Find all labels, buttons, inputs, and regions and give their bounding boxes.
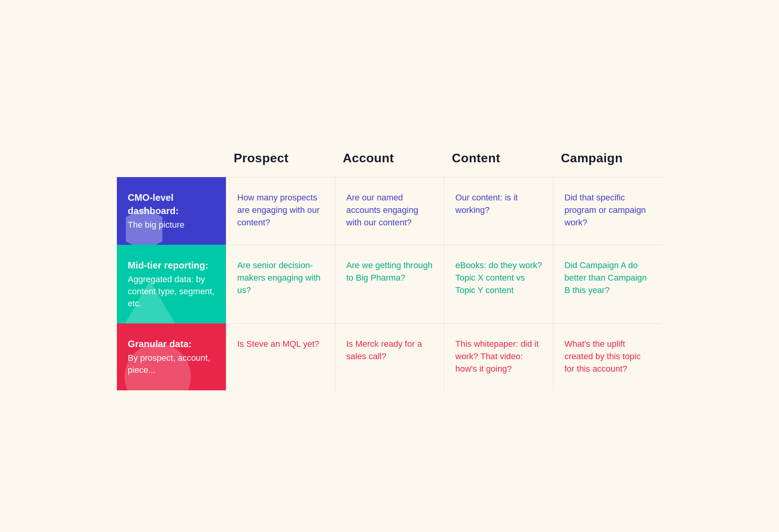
row-label-granular: Granular data: By prospect, account, pie… [117, 323, 226, 390]
granular-campaign-text: What's the uplift created by this topic … [564, 339, 641, 374]
granular-campaign-cell: What's the uplift created by this topic … [553, 323, 662, 390]
main-container: Prospect Account Content Campaign CMO-le… [117, 142, 662, 390]
header-campaign: Campaign [553, 142, 662, 177]
midtier-campaign-text: Did Campaign A do better than Campaign B… [564, 260, 647, 295]
cmo-prospect-cell: How many prospects are engaging with our… [226, 177, 335, 245]
header-empty [117, 142, 226, 177]
granular-prospect-cell: Is Steve an MQL yet? [226, 323, 335, 390]
cmo-content-cell: Our content: is it working? [444, 177, 553, 245]
granular-content-text: This whitepaper: did it work? That video… [455, 339, 539, 374]
grid-table: Prospect Account Content Campaign CMO-le… [117, 142, 662, 390]
hex-decoration-icon [121, 206, 167, 245]
row-label-cmo: CMO-level dashboard: The big picture [117, 177, 226, 245]
midtier-account-cell: Are we getting through to Big Pharma? [335, 245, 444, 323]
header-content: Content [444, 142, 553, 177]
granular-account-text: Is Merck ready for a sales call? [346, 339, 422, 361]
midtier-prospect-text: Are senior decision-makers engaging with… [237, 260, 321, 295]
cmo-content-text: Our content: is it working? [455, 193, 518, 215]
midtier-campaign-cell: Did Campaign A do better than Campaign B… [553, 245, 662, 323]
midtier-content-text: eBooks: do they work? Topic X content vs… [455, 260, 542, 295]
row-label-midtier-title: Mid-tier reporting: [128, 259, 215, 272]
granular-account-cell: Is Merck ready for a sales call? [335, 323, 444, 390]
cmo-account-text: Are our named accounts engaging with our… [346, 193, 418, 227]
header-account: Account [335, 142, 444, 177]
svg-marker-0 [126, 208, 162, 245]
triangle-decoration-icon [123, 281, 177, 323]
midtier-account-text: Are we getting through to Big Pharma? [346, 260, 432, 283]
cmo-account-cell: Are our named accounts engaging with our… [335, 177, 444, 245]
granular-content-cell: This whitepaper: did it work? That video… [444, 323, 553, 390]
cmo-campaign-text: Did that specific program or campaign wo… [564, 193, 646, 227]
header-prospect: Prospect [226, 142, 335, 177]
row-label-midtier: Mid-tier reporting: Aggregated data: by … [117, 245, 226, 323]
granular-prospect-text: Is Steve an MQL yet? [237, 339, 319, 349]
midtier-prospect-cell: Are senior decision-makers engaging with… [226, 245, 335, 323]
midtier-content-cell: eBooks: do they work? Topic X content vs… [444, 245, 553, 323]
cmo-campaign-cell: Did that specific program or campaign wo… [553, 177, 662, 245]
cmo-prospect-text: How many prospects are engaging with our… [237, 193, 320, 227]
